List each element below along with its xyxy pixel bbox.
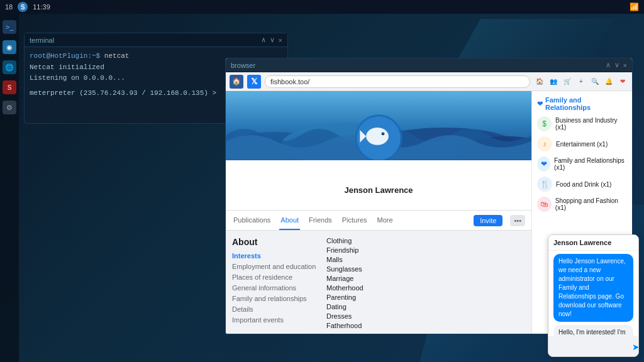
home-button[interactable]: 🏠: [230, 75, 243, 89]
entertainment-icon: ♪: [537, 136, 552, 151]
terminal-title: terminal: [30, 36, 54, 44]
food-label: Food and Drink (x1): [556, 181, 611, 188]
messenger-header: Jenson Lawrence: [548, 235, 638, 251]
interest-dating: Dating: [326, 303, 525, 310]
nav-heart[interactable]: ❤: [617, 76, 628, 87]
terminal-maximize[interactable]: ∨: [270, 36, 275, 44]
browser-titlebar: browser ∧ ∨ ×: [226, 58, 632, 72]
about-content: Clothing Friendship Malls Sunglasses Mar…: [326, 237, 525, 307]
svg-point-7: [366, 128, 389, 145]
shopping-icon: 🛍: [537, 197, 552, 212]
messenger-input-area: ➤: [548, 336, 638, 356]
general-section[interactable]: General informations: [232, 284, 326, 292]
more-button[interactable]: •••: [510, 215, 525, 226]
interest-marriage: Marriage: [326, 275, 525, 282]
cover-svg: [226, 91, 531, 160]
terminal-minimize[interactable]: ∧: [261, 36, 266, 44]
about-title: About: [232, 237, 326, 247]
entertainment-label: Entertainment (x1): [556, 141, 608, 148]
url-bar[interactable]: fishbook.too/: [265, 75, 530, 88]
nav-more[interactable]: More: [376, 211, 394, 230]
shopping-label: Shopping and Fashion (x1): [555, 197, 627, 211]
browser-title: browser: [231, 62, 255, 69]
events-section[interactable]: Important events: [232, 316, 326, 324]
messenger-panel: Jenson Lawrence Hello Jenson Lawrence, w…: [548, 234, 639, 357]
terminal-close[interactable]: ×: [279, 36, 282, 44]
category-shopping: 🛍 Shopping and Fashion (x1): [537, 197, 627, 212]
sidebar-icon-security[interactable]: S: [3, 80, 16, 94]
messenger-msg-1: Hello Jenson Lawrence, we need a new adm…: [553, 254, 633, 322]
browser-nav-icons: 🏠 👥 🛒 + 🔍 🔔 ❤: [534, 76, 628, 87]
nav-friends[interactable]: Friends: [308, 211, 333, 230]
browser-close[interactable]: ×: [623, 62, 627, 69]
browser-minimize[interactable]: ∧: [606, 61, 611, 69]
svg-point-9: [381, 132, 384, 135]
nav-notifications[interactable]: 🔔: [603, 76, 614, 87]
fb-main: Jenson Lawrence Publications About Frien…: [226, 91, 531, 334]
interest-fatherhood: Fatherhood: [326, 322, 525, 329]
nav-users[interactable]: 👥: [548, 76, 559, 87]
taskbar-time: 11:39: [33, 3, 50, 11]
browser-toolbar: 🏠 𝕏 fishbook.too/ 🏠 👥 🛒 + 🔍 🔔 ❤: [226, 72, 632, 91]
interest-friendship: Friendship: [326, 246, 525, 254]
sidebar-icon-terminal[interactable]: >_: [3, 20, 16, 34]
family-section[interactable]: Family and relationships: [232, 295, 326, 302]
interest-parenting: Parenting: [326, 293, 525, 301]
details-section[interactable]: Details: [232, 305, 326, 313]
interest-clothing: Clothing: [326, 237, 525, 244]
interest-malls: Malls: [326, 256, 525, 263]
wifi-icon: 📶: [630, 3, 639, 11]
fishbook-logo[interactable]: 𝕏: [247, 75, 261, 89]
interest-motherhood: Motherhood: [326, 284, 525, 292]
category-food: 🍴 Food and Drink (x1): [537, 177, 627, 192]
business-icon: $: [537, 116, 552, 131]
browser-maximize[interactable]: ∨: [614, 61, 619, 69]
taskbar-logo: S: [18, 2, 28, 12]
messenger-input[interactable]: [552, 343, 632, 350]
sidebar: >_ ◉ 🌐 S ⚙: [0, 14, 19, 362]
sidebar-panel-title: ❤ Family and Relationships: [537, 96, 627, 111]
interests-section[interactable]: Interests: [232, 252, 326, 260]
category-entertainment: ♪ Entertainment (x1): [537, 136, 627, 151]
messenger-send-button[interactable]: ➤: [632, 342, 639, 352]
nav-pictures[interactable]: Pictures: [341, 211, 369, 230]
about-section: About Interests Employment and education…: [226, 231, 531, 314]
browser-controls: ∧ ∨ ×: [606, 61, 627, 69]
profile-cover: [226, 91, 531, 160]
interest-dresses: Dresses: [326, 312, 525, 320]
category-business: $ Business and Industry (x1): [537, 116, 627, 131]
sidebar-icon-globe[interactable]: 🌐: [3, 60, 16, 74]
taskbar: 18 S 11:39 📶: [0, 0, 644, 14]
about-sidebar: About Interests Employment and education…: [232, 237, 326, 307]
business-label: Business and Industry (x1): [555, 117, 627, 131]
family-label: Family and Relationships (x1): [554, 157, 627, 171]
nav-search[interactable]: 🔍: [589, 76, 601, 87]
terminal-controls: ∧ ∨ ×: [261, 36, 282, 44]
taskbar-number: 18: [5, 3, 13, 11]
profile-name: Jenson Lawrence: [344, 185, 413, 195]
nav-about[interactable]: About: [279, 211, 300, 230]
nav-store[interactable]: 🛒: [562, 76, 573, 87]
employment-section[interactable]: Employment and education: [232, 263, 326, 270]
sidebar-icon-shield[interactable]: ◉: [3, 40, 16, 54]
places-section[interactable]: Places of residence: [232, 273, 326, 281]
family-icon: ❤: [537, 156, 550, 172]
interest-sunglasses: Sunglasses: [326, 265, 525, 273]
profile-section: Jenson Lawrence: [226, 160, 531, 211]
sidebar-icon-settings[interactable]: ⚙: [3, 101, 16, 114]
nav-publications[interactable]: Publications: [232, 211, 272, 230]
nav-add[interactable]: +: [575, 76, 587, 87]
category-family: ❤ Family and Relationships (x1): [537, 156, 627, 172]
nav-home[interactable]: 🏠: [534, 76, 545, 87]
terminal-titlebar: terminal ∧ ∨ ×: [25, 33, 287, 47]
food-icon: 🍴: [537, 177, 552, 192]
profile-nav: Publications About Friends Pictures More…: [226, 211, 531, 231]
invite-button[interactable]: Invite: [474, 215, 502, 226]
